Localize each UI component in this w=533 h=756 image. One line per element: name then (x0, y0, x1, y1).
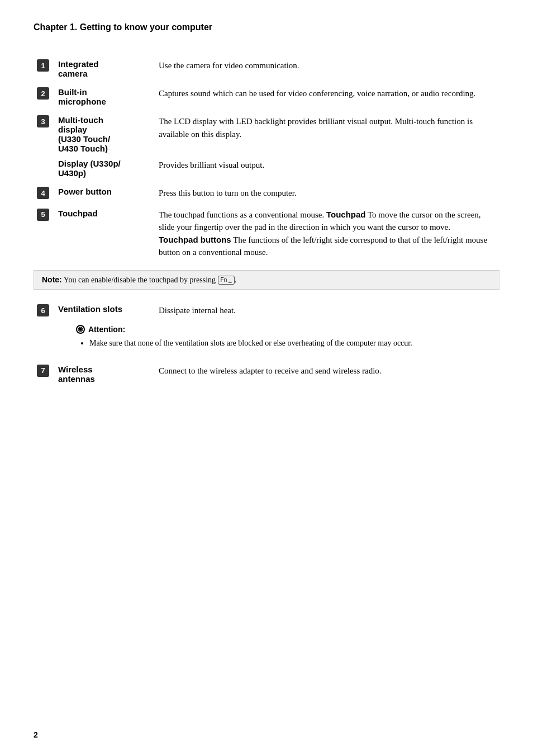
attention-bullet-1: Make sure that none of the ventilation s… (89, 337, 499, 349)
item-number-2: 2 (37, 87, 49, 100)
table-row: 7 Wirelessantennas Connect to the wirele… (34, 360, 499, 388)
item-sublabel-3: Display (U330p/U430p) (55, 158, 155, 182)
item-label-3: Multi-touchdisplay(U330 Touch/U430 Touch… (55, 111, 155, 158)
chapter-title: Chapter 1. Getting to know your computer (34, 22, 499, 32)
item-desc-4: Press this button to turn on the compute… (155, 182, 499, 204)
item-desc-1: Use the camera for video communication. (155, 55, 499, 83)
note-row: Note: You can enable/disable the touchpa… (34, 263, 499, 300)
item-label-1: Integratedcamera (55, 55, 155, 83)
item-subdesc-3: Provides brilliant visual output. (155, 158, 499, 182)
note-box: Note: You can enable/disable the touchpa… (34, 270, 499, 290)
item-desc-5: The touchpad functions as a conventional… (155, 204, 499, 263)
item-number-1: 1 (37, 59, 49, 72)
item-number-5: 5 (37, 209, 49, 221)
item-label-2: Built-inmicrophone (55, 83, 155, 111)
attention-icon: ◉ (76, 325, 85, 334)
table-row: 3 Multi-touchdisplay(U330 Touch/U430 Tou… (34, 111, 499, 158)
attention-title: ◉ Attention: (76, 325, 499, 334)
table-row: 6 Ventilation slots Dissipate internal h… (34, 300, 499, 322)
item-desc-3: The LCD display with LED backlight provi… (155, 111, 499, 158)
item-number-7: 7 (37, 365, 49, 377)
item-label-4: Power button (55, 182, 155, 204)
attention-bullets: Make sure that none of the ventilation s… (89, 337, 499, 349)
attention-section: ◉ Attention: Make sure that none of the … (76, 325, 499, 349)
item-number-3: 3 (37, 115, 49, 127)
item-number-4: 4 (37, 187, 49, 199)
item-label-7: Wirelessantennas (55, 360, 155, 388)
item-desc-2: Captures sound which can be used for vid… (155, 83, 499, 111)
item-desc-6: Dissipate internal heat. (155, 300, 499, 322)
item-number-6: 6 (37, 304, 49, 316)
page-number: 2 (34, 730, 38, 739)
item-label-5: Touchpad (55, 204, 155, 263)
key-icon: Fn _ (218, 276, 235, 285)
note-prefix: Note: (42, 275, 62, 284)
item-desc-7: Connect to the wireless adapter to recei… (155, 360, 499, 388)
table-row-sub-3: Display (U330p/U430p) Provides brilliant… (34, 158, 499, 182)
item-label-6: Ventilation slots (55, 300, 155, 322)
table-row: 2 Built-inmicrophone Captures sound whic… (34, 83, 499, 111)
note-text: You can enable/disable the touchpad by p… (62, 276, 218, 284)
table-row: 1 Integratedcamera Use the camera for vi… (34, 55, 499, 83)
attention-row: ◉ Attention: Make sure that none of the … (34, 322, 499, 360)
table-row: 5 Touchpad The touchpad functions as a c… (34, 204, 499, 263)
table-row: 4 Power button Press this button to turn… (34, 182, 499, 204)
